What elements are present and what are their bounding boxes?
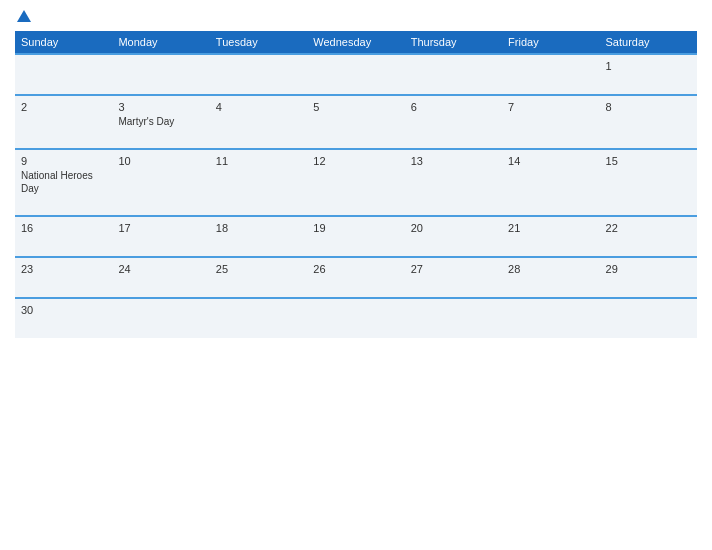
logo-triangle-icon [17,10,31,22]
calendar-day-cell: 16 [15,216,112,257]
calendar-week-row: 30 [15,298,697,338]
calendar-event: National Heroes Day [21,169,106,195]
day-number: 16 [21,222,106,234]
calendar-day-cell: 19 [307,216,404,257]
calendar-day-cell [15,54,112,95]
calendar-day-cell [405,54,502,95]
day-of-week-header: Wednesday [307,31,404,54]
calendar-day-cell: 28 [502,257,599,298]
calendar-day-cell [502,298,599,338]
day-number: 11 [216,155,301,167]
calendar-day-cell [210,54,307,95]
calendar-day-cell [307,54,404,95]
day-of-week-header: Thursday [405,31,502,54]
day-number: 1 [606,60,691,72]
day-number: 26 [313,263,398,275]
calendar-day-cell: 3Martyr's Day [112,95,209,149]
calendar-day-cell: 25 [210,257,307,298]
calendar-day-cell: 17 [112,216,209,257]
calendar-day-cell: 20 [405,216,502,257]
day-number: 7 [508,101,593,113]
calendar-day-cell: 22 [600,216,697,257]
day-of-week-header: Monday [112,31,209,54]
day-number: 3 [118,101,203,113]
calendar-day-cell [112,54,209,95]
calendar-week-row: 16171819202122 [15,216,697,257]
page: SundayMondayTuesdayWednesdayThursdayFrid… [0,0,712,550]
day-number: 14 [508,155,593,167]
calendar-day-cell: 1 [600,54,697,95]
calendar-day-cell: 7 [502,95,599,149]
calendar-week-row: 9National Heroes Day101112131415 [15,149,697,216]
calendar-day-cell [307,298,404,338]
day-number: 28 [508,263,593,275]
day-number: 30 [21,304,106,316]
day-number: 24 [118,263,203,275]
header [15,10,697,23]
calendar-day-cell: 23 [15,257,112,298]
calendar-day-cell: 29 [600,257,697,298]
calendar-day-cell: 21 [502,216,599,257]
day-number: 5 [313,101,398,113]
day-number: 15 [606,155,691,167]
day-of-week-header: Tuesday [210,31,307,54]
day-number: 19 [313,222,398,234]
calendar-day-cell: 8 [600,95,697,149]
day-number: 17 [118,222,203,234]
calendar-day-cell: 5 [307,95,404,149]
day-of-week-header: Sunday [15,31,112,54]
calendar-day-cell [405,298,502,338]
day-number: 12 [313,155,398,167]
calendar-day-cell: 12 [307,149,404,216]
logo [15,10,31,23]
day-number: 10 [118,155,203,167]
day-number: 9 [21,155,106,167]
calendar-day-cell: 2 [15,95,112,149]
day-number: 27 [411,263,496,275]
day-number: 21 [508,222,593,234]
calendar-day-cell: 13 [405,149,502,216]
day-number: 22 [606,222,691,234]
calendar-day-cell: 14 [502,149,599,216]
calendar-day-cell [210,298,307,338]
day-number: 2 [21,101,106,113]
calendar-day-cell: 27 [405,257,502,298]
calendar-day-cell: 11 [210,149,307,216]
day-of-week-header: Saturday [600,31,697,54]
calendar-header-row: SundayMondayTuesdayWednesdayThursdayFrid… [15,31,697,54]
day-number: 25 [216,263,301,275]
calendar-event: Martyr's Day [118,115,203,128]
calendar-table: SundayMondayTuesdayWednesdayThursdayFrid… [15,31,697,338]
calendar-week-row: 23Martyr's Day45678 [15,95,697,149]
day-number: 23 [21,263,106,275]
calendar-day-cell [502,54,599,95]
logo-blue-text [15,10,31,23]
day-number: 8 [606,101,691,113]
calendar-day-cell: 6 [405,95,502,149]
day-number: 18 [216,222,301,234]
calendar-day-cell [112,298,209,338]
day-number: 29 [606,263,691,275]
calendar-day-cell: 24 [112,257,209,298]
calendar-day-cell: 4 [210,95,307,149]
calendar-day-cell: 26 [307,257,404,298]
calendar-day-cell: 9National Heroes Day [15,149,112,216]
day-number: 4 [216,101,301,113]
calendar-day-cell: 15 [600,149,697,216]
calendar-week-row: 1 [15,54,697,95]
day-number: 6 [411,101,496,113]
day-of-week-header: Friday [502,31,599,54]
calendar-day-cell: 30 [15,298,112,338]
day-number: 13 [411,155,496,167]
calendar-week-row: 23242526272829 [15,257,697,298]
calendar-day-cell: 18 [210,216,307,257]
calendar-day-cell [600,298,697,338]
day-number: 20 [411,222,496,234]
calendar-day-cell: 10 [112,149,209,216]
